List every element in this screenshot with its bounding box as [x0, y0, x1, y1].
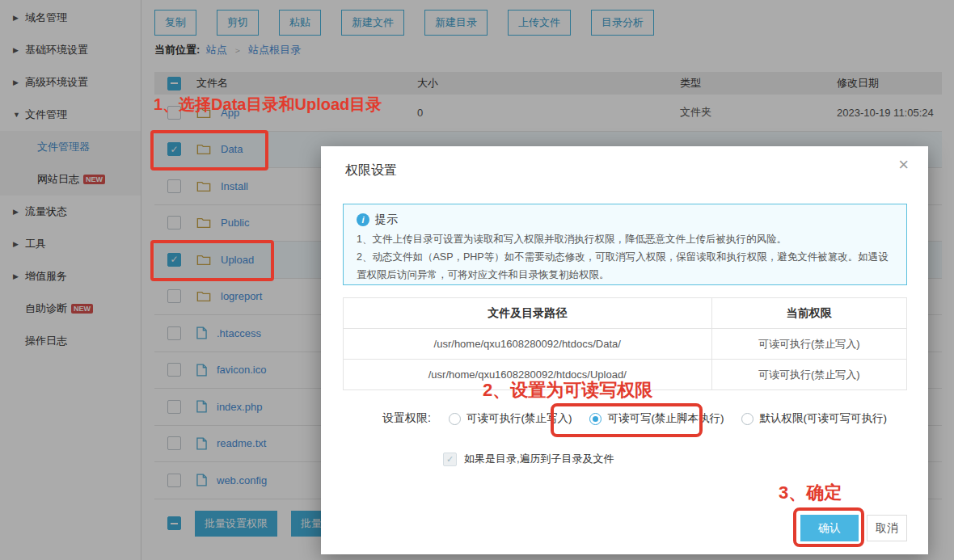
radio-label: 可读可写(禁止脚本执行) — [607, 411, 724, 426]
current-permission-cell: 可读可执行(禁止写入) — [711, 329, 906, 360]
radio-label: 默认权限(可读可写可执行) — [759, 411, 887, 426]
tip-title: 提示 — [375, 213, 398, 227]
tip-line: 1、文件上传目录可设置为读取和写入权限并取消执行权限，降低恶意文件上传后被执行的… — [357, 231, 893, 249]
tip-text: 1、文件上传目录可设置为读取和写入权限并取消执行权限，降低恶意文件上传后被执行的… — [357, 231, 893, 284]
path-cell: /usr/home/qxu1608280092/htdocs/Data/ — [344, 329, 712, 360]
confirm-button[interactable]: 确认 — [800, 515, 859, 541]
radio-icon[interactable] — [449, 413, 461, 425]
dialog-title: 权限设置 — [345, 162, 397, 179]
current-permission-cell: 可读可执行(禁止写入) — [711, 360, 906, 390]
set-permission-label: 设置权限: — [382, 411, 431, 426]
dialog-footer: 确认 取消 — [800, 515, 907, 541]
tip-line: 2、动态文件如（ASP，PHP等）如不需要动态修改，可取消写入权限，保留读取和执… — [357, 249, 893, 284]
tip-box: i 提示 1、文件上传目录可设置为读取和写入权限并取消执行权限，降低恶意文件上传… — [343, 204, 907, 285]
perm-column-header: 当前权限 — [711, 298, 906, 329]
permission-table-row: /usr/home/qxu1608280092/htdocs/Data/可读可执… — [344, 329, 907, 360]
radio-icon[interactable] — [741, 413, 753, 425]
permission-settings-dialog: 权限设置 × i 提示 1、文件上传目录可设置为读取和写入权限并取消执行权限，降… — [321, 146, 928, 554]
path-cell: /usr/home/qxu1608280092/htdocs/Upload/ — [344, 360, 712, 390]
radio-label: 可读可执行(禁止写入) — [466, 411, 572, 426]
permission-path-table: 文件及目录路径 当前权限 /usr/home/qxu1608280092/htd… — [343, 297, 907, 390]
permission-table-row: /usr/home/qxu1608280092/htdocs/Upload/可读… — [344, 360, 907, 390]
traverse-label: 如果是目录,遍历到子目录及文件 — [464, 452, 614, 466]
cancel-button[interactable]: 取消 — [867, 515, 907, 541]
close-icon[interactable]: × — [898, 156, 909, 174]
traverse-option: 如果是目录,遍历到子目录及文件 — [443, 452, 614, 466]
info-icon: i — [357, 213, 369, 226]
permission-radio-option[interactable]: 默认权限(可读可写可执行) — [741, 411, 887, 426]
traverse-checkbox[interactable] — [443, 453, 457, 466]
permission-radio-option[interactable]: 可读可执行(禁止写入) — [449, 411, 572, 426]
set-permission-row: 设置权限: 可读可执行(禁止写入)可读可写(禁止脚本执行)默认权限(可读可写可执… — [382, 411, 887, 426]
file-manager-app: ▶ 域名管理 ▶ 基础环境设置 ▶ 高级环境设置 ▼ 文件管理 文件管理器 网站… — [0, 0, 954, 560]
radio-selected-icon[interactable] — [589, 413, 602, 425]
permission-radio-option[interactable]: 可读可写(禁止脚本执行) — [589, 411, 724, 426]
path-column-header: 文件及目录路径 — [344, 298, 712, 329]
